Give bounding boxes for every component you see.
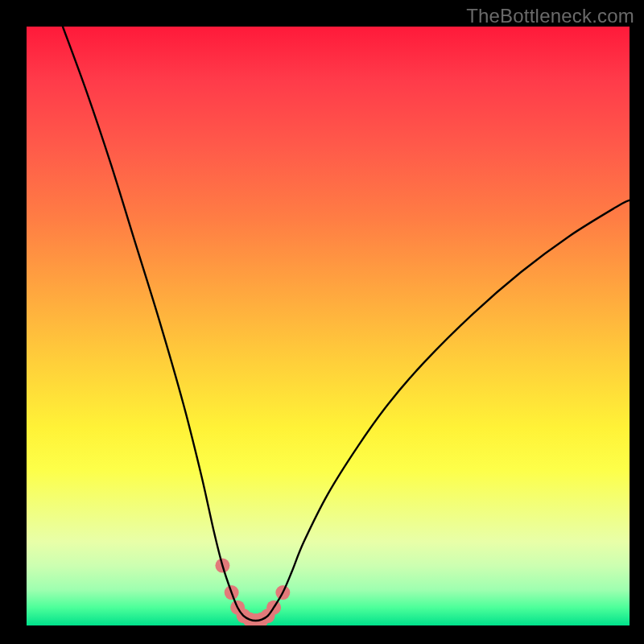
bottleneck-curve <box>63 27 630 621</box>
chart-stage: TheBottleneck.com <box>0 0 644 644</box>
watermark-text: TheBottleneck.com <box>466 5 634 27</box>
chart-svg <box>27 27 630 625</box>
trough-markers <box>215 559 290 625</box>
plot-area <box>27 27 630 625</box>
